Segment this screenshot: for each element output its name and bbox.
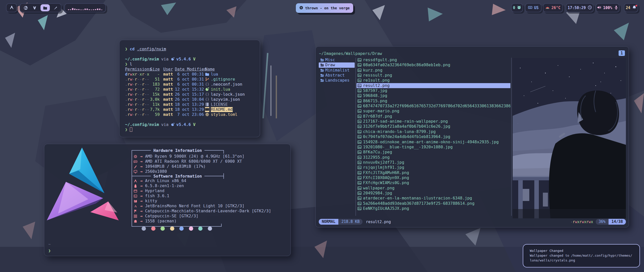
shell-context-line: ~/.config/nvim via v5.4.6 V <box>125 122 257 127</box>
file-list-item[interactable]: result2.png <box>356 83 510 88</box>
file-manager-window[interactable]: ~/Imagenes/Wallpapers/Draw 1 Misc Draw M… <box>315 46 629 227</box>
file-list-item[interactable]: super-mario.png <box>356 109 510 114</box>
sidebar-folder-item[interactable]: Landscapes <box>319 78 355 83</box>
github-module[interactable]: 0 <box>511 3 523 12</box>
window-title-text: thrown - on the verge <box>305 6 350 10</box>
firefox-icon[interactable] <box>23 6 29 10</box>
folder-open-icon <box>320 73 324 78</box>
image-file-icon <box>357 114 361 119</box>
file-list-item[interactable]: 19201080-__blue-tinge__-1920×1080.jpg <box>356 145 510 150</box>
image-file-icon <box>357 155 361 160</box>
file-list-item[interactable]: 3126f7e9bbf21a8a4af0b67b041c6e26.jpg <box>356 124 510 129</box>
file-list-item[interactable]: nnvuv0xj2df71.jpg <box>356 160 510 165</box>
file-list-item[interactable]: FXfcJlTXgAMvH6R.png <box>356 170 510 175</box>
audio-module[interactable]: 100% <box>596 3 620 12</box>
file-list-item[interactable]: 08a634fa02a32364f69ebc86a98eb1eb.png <box>356 62 510 67</box>
file-list-item[interactable]: wallpaper.png <box>356 186 510 191</box>
file-list-item[interactable]: 68747470733a2f2f696d616765732d7769786d70… <box>356 104 510 109</box>
info-row: → JetBrainsMono Nerd Font Light 10 [GTK2… <box>134 203 295 209</box>
fetch-prompt-symbol[interactable]: ❯ <box>48 248 51 253</box>
arrow-icon: → <box>140 154 143 159</box>
image-file-icon <box>357 104 361 109</box>
speaker-icon <box>597 5 601 11</box>
tab-badge[interactable]: 1 <box>619 50 625 56</box>
hardware-section-title: Hardware Information <box>151 148 205 153</box>
file-listing: drwxr-xr-x - matt 6 oct 00:31 lua .rw-r-… <box>125 72 257 117</box>
sidebar-folder-item[interactable]: Draw <box>319 62 355 67</box>
cava-bar <box>93 9 94 10</box>
file-list-item[interactable]: resssult.png <box>356 73 510 78</box>
arrow-icon: → <box>140 203 143 209</box>
listing-row: .rw-r--r-- 7,7k matt 18 oct 13:29 README… <box>125 107 257 112</box>
file-list-item[interactable]: 217167-sad-anime-rain-wallpaper.png <box>356 119 510 124</box>
file-list-item[interactable]: 20492984.jpg <box>356 191 510 196</box>
cava-bar <box>80 10 82 10</box>
file-list-item[interactable]: FXfcHgcWIAMzs0G.png <box>356 180 510 185</box>
distro-logo <box>44 145 122 226</box>
listing-row: .rw-r--r-- 11k matt 18 oct 13:29 LICENSE <box>125 102 257 107</box>
file-list-item[interactable]: chica-mirando-la-luna-8799.jpg <box>356 129 510 134</box>
lua-icon <box>171 122 175 127</box>
file-list-item[interactable]: FXfcII0X0AQyn9X.png <box>356 175 510 180</box>
list-position-badge: 14/38 <box>609 219 626 225</box>
listing-row: drwxr-xr-x - matt 6 oct 00:31 lua <box>125 72 257 77</box>
file-list-item[interactable]: rsjqojlmjhf91.jpg <box>356 165 510 170</box>
gear-icon <box>205 112 209 117</box>
volume-label: 100% <box>603 6 612 10</box>
image-file-icon <box>357 68 361 73</box>
launcher-button[interactable] <box>6 3 17 12</box>
folder-icon <box>205 72 209 77</box>
audio-visualizer <box>64 3 106 12</box>
file-list-item[interactable]: 0c794faf07de24a4db4d4fb1eb813964.jpg <box>356 134 510 139</box>
arrow-icon: → <box>140 178 143 183</box>
mode-badge: NORMAL <box>319 219 338 225</box>
file-list-item[interactable]: 587597.jpg <box>356 88 510 93</box>
image-file-icon <box>357 206 361 211</box>
file-list-item[interactable]: 866715.png <box>356 98 510 104</box>
active-window-title[interactable]: thrown - on the verge <box>296 3 353 13</box>
info-row: → Catppuccin-SE [GTK2/3] <box>134 214 295 219</box>
clock-module[interactable]: 17:50:29 <box>566 3 594 12</box>
octocat-icon <box>517 5 521 11</box>
cava-bar <box>87 9 88 10</box>
arch-icon <box>134 178 140 183</box>
cava-bar <box>76 9 77 10</box>
sidebar-folder-item[interactable]: Misc <box>319 57 355 62</box>
weather-module[interactable]: 26°C <box>543 3 563 12</box>
vim-icon[interactable] <box>31 6 38 10</box>
sidebar-folder-item[interactable]: Abstract <box>319 73 355 78</box>
file-list-item[interactable]: EeNKYgIUcAAJ5JX.png <box>356 206 510 211</box>
notifications-module[interactable]: 24 <box>624 3 638 12</box>
notification-count: 24 <box>626 6 630 10</box>
file-list-item[interactable]: 154928-odinokoe_anime-art-anime-okno-sin… <box>356 140 510 145</box>
file-list-item[interactable]: ressdfgult.png <box>356 57 510 62</box>
terminal-window[interactable]: ❯ cd .config/nvim ~/.config/nvim via v5.… <box>119 40 260 137</box>
file-list-item[interactable]: 87r687df.png <box>356 114 510 119</box>
image-file-icon <box>357 93 361 98</box>
file-list-item[interactable]: 3122955.png <box>356 155 510 160</box>
fetch-terminal-window[interactable]: Hardware Information Software Informatio… <box>44 144 291 256</box>
folder-icon[interactable] <box>41 4 50 11</box>
moon-icon <box>205 87 209 92</box>
file-list-item[interactable]: re1sult.png <box>356 78 510 83</box>
image-file-icon <box>357 201 361 206</box>
status-bar: NORMAL 218.8 KB result2.png -rwxrwxrwx 3… <box>319 219 626 225</box>
box-left <box>132 150 132 227</box>
arch-logo-icon <box>10 5 14 11</box>
tux-icon <box>134 183 140 188</box>
terminal-color-palette <box>142 226 212 231</box>
file-list-item[interactable]: 8FKa7Cu.jpeg <box>356 150 510 155</box>
cava-bar <box>91 10 92 10</box>
sidebar-folder-item[interactable]: Minimalist <box>319 68 355 73</box>
file-list-item[interactable]: 596848.jpg <box>356 93 510 98</box>
file-list-item[interactable]: atardecer-en-la-montanas-ilustracion-634… <box>356 196 510 201</box>
file-list-item[interactable]: kurz.png <box>356 68 510 73</box>
temperature-label: 26°C <box>551 6 560 10</box>
info-row: → fish 3.6.1 <box>134 193 295 198</box>
file-list-item[interactable]: 5a266e448add93deab367d87173e9f25-6837886… <box>356 201 510 206</box>
layout-label: US <box>534 6 539 10</box>
brush-icon[interactable] <box>52 6 59 10</box>
notification-toast[interactable]: Wallpaper Changed Wallpaper changed to /… <box>523 244 640 267</box>
terminal-prompt-line[interactable]: ❯ <box>125 127 257 132</box>
keyboard-layout-module[interactable]: US <box>525 3 542 12</box>
